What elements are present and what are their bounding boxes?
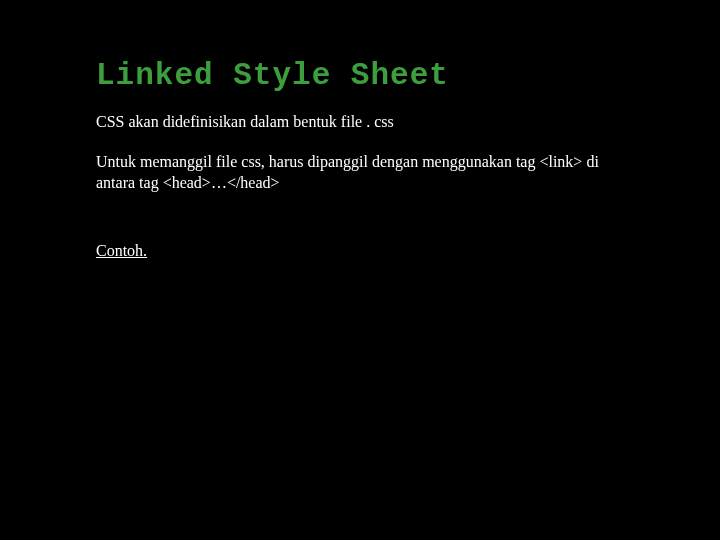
presentation-slide: Linked Style Sheet CSS akan didefinisika… [0, 0, 720, 540]
slide-title: Linked Style Sheet [96, 58, 630, 93]
body-paragraph-2: Untuk memanggil file css, harus dipanggi… [96, 151, 630, 194]
body-paragraph-1: CSS akan didefinisikan dalam bentuk file… [96, 111, 630, 133]
contoh-link[interactable]: Contoh. [96, 242, 147, 260]
